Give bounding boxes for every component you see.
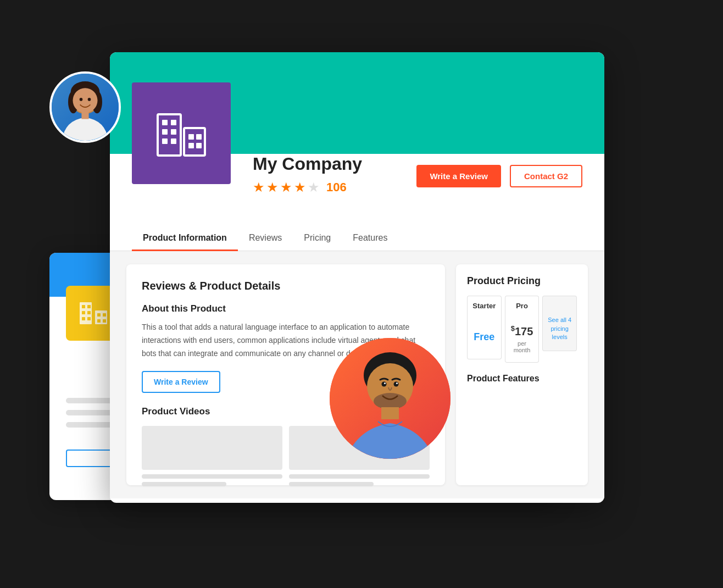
svg-rect-22 bbox=[162, 120, 168, 125]
star-5: ★ bbox=[308, 180, 320, 195]
svg-rect-2 bbox=[82, 305, 85, 308]
pricing-col-see-all: See all 4 pricing levels bbox=[542, 296, 577, 363]
pricing-grid: Starter Free Pro $175 per month bbox=[467, 296, 577, 363]
nav-tabs: Product Information Reviews Pricing Feat… bbox=[110, 225, 604, 251]
svg-point-16 bbox=[73, 88, 97, 113]
svg-point-36 bbox=[394, 382, 399, 387]
see-all-link[interactable]: See all 4 pricing levels bbox=[547, 316, 572, 341]
video-thumb-1 bbox=[142, 426, 282, 470]
review-count: 106 bbox=[326, 180, 347, 195]
about-product-title: About this Product bbox=[142, 303, 430, 314]
star-4: ★ bbox=[294, 180, 306, 195]
tab-features[interactable]: Features bbox=[342, 225, 398, 251]
svg-rect-26 bbox=[162, 138, 168, 144]
svg-rect-9 bbox=[103, 313, 106, 317]
pro-period: per month bbox=[510, 340, 535, 353]
video-line-3 bbox=[289, 474, 430, 479]
svg-rect-31 bbox=[196, 143, 202, 148]
svg-rect-3 bbox=[87, 305, 91, 308]
starter-price: Free bbox=[474, 331, 494, 343]
avatar-woman bbox=[49, 71, 121, 143]
rating-row: ★ ★ ★ ★ ★ 106 bbox=[253, 180, 362, 195]
svg-rect-10 bbox=[97, 319, 101, 323]
svg-rect-25 bbox=[171, 129, 176, 135]
write-review-button[interactable]: Write a Review bbox=[416, 165, 501, 187]
svg-rect-6 bbox=[82, 317, 85, 320]
svg-point-35 bbox=[382, 382, 387, 387]
see-all-header bbox=[542, 296, 577, 307]
pricing-col-starter: Starter Free bbox=[467, 296, 502, 363]
pro-price: $175 bbox=[511, 324, 533, 338]
svg-rect-7 bbox=[87, 317, 91, 320]
tab-reviews[interactable]: Reviews bbox=[238, 225, 293, 251]
svg-rect-27 bbox=[171, 138, 176, 144]
tab-product-information[interactable]: Product Information bbox=[132, 225, 238, 251]
svg-point-37 bbox=[384, 382, 386, 384]
company-section: My Company ★ ★ ★ ★ ★ 106 Write a Review bbox=[110, 154, 604, 220]
right-panel: Product Pricing Starter Free Pro bbox=[456, 264, 588, 485]
star-2: ★ bbox=[266, 180, 279, 195]
reviews-product-details-title: Reviews & Product Details bbox=[142, 280, 430, 292]
company-name: My Company bbox=[253, 154, 362, 174]
svg-point-18 bbox=[88, 98, 91, 101]
pro-header: Pro bbox=[505, 296, 540, 315]
starter-body: Free bbox=[467, 315, 502, 359]
write-review-small-button[interactable]: Write a Review bbox=[142, 371, 220, 393]
starter-header: Starter bbox=[467, 296, 502, 315]
svg-rect-21 bbox=[184, 128, 205, 156]
star-1: ★ bbox=[253, 180, 265, 195]
product-pricing-title: Product Pricing bbox=[467, 275, 577, 287]
svg-rect-29 bbox=[196, 134, 202, 140]
svg-rect-23 bbox=[171, 120, 176, 125]
tab-pricing[interactable]: Pricing bbox=[293, 225, 342, 251]
see-all-body[interactable]: See all 4 pricing levels bbox=[542, 307, 577, 351]
svg-rect-19 bbox=[81, 111, 88, 119]
video-line-2 bbox=[142, 482, 226, 486]
action-buttons: Write a Review Contact G2 bbox=[416, 165, 582, 187]
stars: ★ ★ ★ ★ ★ bbox=[253, 180, 320, 195]
video-line-4 bbox=[289, 482, 374, 486]
svg-point-34 bbox=[374, 393, 407, 409]
svg-rect-30 bbox=[188, 143, 194, 148]
video-line-1 bbox=[142, 474, 282, 479]
video-item-1 bbox=[142, 426, 282, 490]
svg-rect-8 bbox=[97, 313, 101, 317]
pro-body: $175 per month bbox=[505, 315, 540, 363]
product-features-title: Product Features bbox=[467, 374, 577, 384]
svg-rect-5 bbox=[87, 311, 91, 314]
svg-point-38 bbox=[396, 382, 398, 384]
svg-rect-28 bbox=[188, 134, 194, 140]
company-logo bbox=[132, 82, 231, 184]
svg-rect-4 bbox=[82, 311, 85, 314]
svg-rect-39 bbox=[381, 407, 399, 419]
currency-symbol: $ bbox=[511, 324, 515, 332]
pricing-col-pro: Pro $175 per month bbox=[505, 296, 540, 363]
star-3: ★ bbox=[280, 180, 292, 195]
svg-rect-11 bbox=[103, 319, 106, 323]
avatar-man bbox=[330, 338, 451, 459]
contact-g2-button[interactable]: Contact G2 bbox=[510, 165, 582, 187]
svg-rect-24 bbox=[162, 129, 168, 135]
svg-point-17 bbox=[80, 98, 83, 101]
svg-rect-20 bbox=[158, 114, 181, 156]
